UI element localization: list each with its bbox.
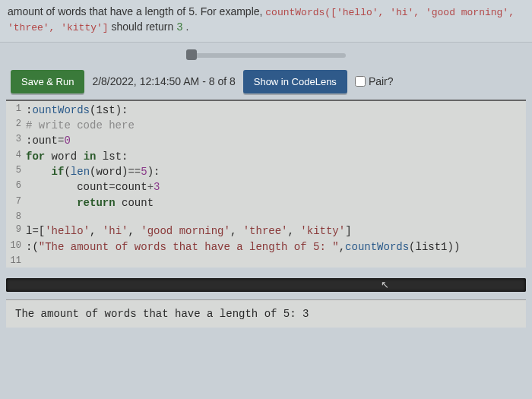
mouse-cursor-icon: ↖ bbox=[381, 279, 389, 290]
code-line: 10 :("The amount of words that have a le… bbox=[6, 239, 526, 255]
code-line: 4 for word in lst: bbox=[6, 149, 526, 164]
line-number: 11 bbox=[6, 255, 26, 268]
output-text: The amount of words that have a length o… bbox=[15, 308, 309, 320]
line-number: 1 bbox=[6, 103, 26, 118]
code-line: 5 if(len(word)==5): bbox=[6, 164, 526, 179]
instruction-text-post: . bbox=[185, 21, 188, 33]
instruction-return-value: 3 bbox=[176, 21, 182, 33]
line-number: 7 bbox=[6, 195, 26, 211]
line-number: 9 bbox=[6, 223, 26, 239]
problem-instructions: amount of words that have a length of 5.… bbox=[0, 0, 532, 43]
history-slider[interactable] bbox=[0, 47, 532, 62]
pair-label: Pair? bbox=[369, 75, 394, 87]
code-line: 7 return count bbox=[6, 195, 526, 211]
show-codelens-button[interactable]: Show in CodeLens bbox=[243, 70, 347, 93]
slider-track-bar bbox=[186, 53, 346, 58]
pair-checkbox[interactable] bbox=[355, 76, 366, 87]
program-output: The amount of words that have a length o… bbox=[6, 299, 526, 328]
code-line: 3 :ount=0 bbox=[6, 133, 526, 148]
pair-toggle[interactable]: Pair? bbox=[355, 75, 394, 87]
scrollbar-thumb[interactable] bbox=[8, 280, 319, 290]
code-line: 2 # write code here bbox=[6, 118, 526, 133]
run-timestamp: 2/8/2022, 12:14:50 AM - 8 of 8 bbox=[92, 75, 235, 87]
line-number: 6 bbox=[6, 179, 26, 195]
line-number: 4 bbox=[6, 149, 26, 164]
line-number: 3 bbox=[6, 133, 26, 148]
toolbar: Save & Run 2/8/2022, 12:14:50 AM - 8 of … bbox=[0, 65, 532, 100]
line-number: 2 bbox=[6, 118, 26, 133]
horizontal-scrollbar[interactable]: ↖ bbox=[6, 278, 526, 292]
code-line: 11 bbox=[6, 255, 526, 268]
line-number: 10 bbox=[6, 239, 26, 255]
code-line: 8 bbox=[6, 211, 526, 223]
slider-thumb[interactable] bbox=[186, 49, 197, 60]
code-line: 6 count=count+3 bbox=[6, 179, 526, 195]
instruction-text-mid: should return bbox=[112, 21, 177, 33]
instruction-text: amount of words that have a length of 5.… bbox=[8, 5, 265, 17]
line-number: 8 bbox=[6, 211, 26, 223]
line-number: 5 bbox=[6, 164, 26, 179]
code-line: 1 :ountWords(1st): bbox=[6, 103, 526, 118]
code-line: 9 l=['hello', 'hi', 'good morning', 'thr… bbox=[6, 223, 526, 239]
save-run-button[interactable]: Save & Run bbox=[11, 70, 84, 93]
code-editor[interactable]: 1 :ountWords(1st): 2 # write code here 3… bbox=[6, 100, 526, 268]
